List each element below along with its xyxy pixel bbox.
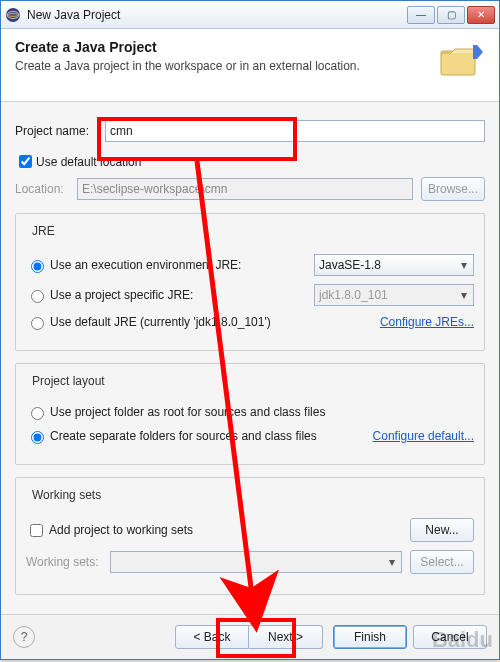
annotation-highlight-next bbox=[216, 618, 296, 658]
wizard-subtitle: Create a Java project in the workspace o… bbox=[15, 59, 427, 73]
location-input bbox=[77, 178, 413, 200]
add-workingsets-checkbox[interactable] bbox=[30, 524, 43, 537]
layout-separate-radio[interactable] bbox=[31, 431, 44, 444]
add-workingsets-label: Add project to working sets bbox=[49, 523, 410, 537]
minimize-button[interactable]: — bbox=[407, 6, 435, 24]
workingsets-select-button[interactable]: Select... bbox=[410, 550, 474, 574]
wizard-banner: Create a Java Project Create a Java proj… bbox=[1, 29, 499, 102]
project-layout-group: Project layout Use project folder as roo… bbox=[15, 363, 485, 465]
svg-rect-3 bbox=[441, 51, 475, 75]
window-title: New Java Project bbox=[27, 8, 405, 22]
svg-rect-5 bbox=[473, 45, 477, 59]
jre-specific-combo: jdk1.8.0_101 bbox=[314, 284, 474, 306]
eclipse-icon bbox=[5, 7, 21, 23]
jre-legend: JRE bbox=[28, 224, 59, 238]
folder-java-icon bbox=[437, 39, 485, 87]
titlebar: New Java Project — ▢ ✕ bbox=[1, 1, 499, 29]
svg-point-0 bbox=[6, 8, 20, 22]
close-button[interactable]: ✕ bbox=[467, 6, 495, 24]
configure-jres-link[interactable]: Configure JREs... bbox=[380, 315, 474, 329]
cancel-button[interactable]: Cancel bbox=[413, 625, 487, 649]
wizard-title: Create a Java Project bbox=[15, 39, 427, 55]
jre-default-radio[interactable] bbox=[31, 317, 44, 330]
configure-default-link[interactable]: Configure default... bbox=[373, 429, 474, 443]
location-label: Location: bbox=[15, 182, 77, 196]
jre-default-label: Use default JRE (currently 'jdk1.8.0_101… bbox=[50, 315, 380, 329]
jre-execenv-combo[interactable]: JavaSE-1.8 bbox=[314, 254, 474, 276]
svg-marker-4 bbox=[477, 45, 483, 59]
workingsets-new-button[interactable]: New... bbox=[410, 518, 474, 542]
use-default-location-checkbox[interactable] bbox=[19, 155, 32, 168]
workingsets-combo bbox=[110, 551, 402, 573]
working-sets-group: Working sets Add project to working sets… bbox=[15, 477, 485, 595]
jre-specific-radio[interactable] bbox=[31, 290, 44, 303]
project-layout-legend: Project layout bbox=[28, 374, 109, 388]
project-name-label: Project name: bbox=[15, 124, 105, 138]
annotation-highlight-projectname bbox=[97, 117, 297, 161]
layout-rootfolder-radio[interactable] bbox=[31, 407, 44, 420]
maximize-button[interactable]: ▢ bbox=[437, 6, 465, 24]
layout-rootfolder-label: Use project folder as root for sources a… bbox=[50, 405, 474, 419]
workingsets-combo-label: Working sets: bbox=[26, 555, 110, 569]
jre-execenv-label: Use an execution environment JRE: bbox=[50, 258, 314, 272]
help-icon[interactable]: ? bbox=[13, 626, 35, 648]
jre-execenv-radio[interactable] bbox=[31, 260, 44, 273]
browse-button[interactable]: Browse... bbox=[421, 177, 485, 201]
layout-separate-label: Create separate folders for sources and … bbox=[50, 429, 373, 443]
jre-group: JRE Use an execution environment JRE: Ja… bbox=[15, 213, 485, 351]
jre-specific-label: Use a project specific JRE: bbox=[50, 288, 314, 302]
wizard-content: Project name: Use default location Locat… bbox=[1, 102, 499, 614]
working-sets-legend: Working sets bbox=[28, 488, 105, 502]
dialog-window: New Java Project — ▢ ✕ Create a Java Pro… bbox=[0, 0, 500, 660]
finish-button[interactable]: Finish bbox=[333, 625, 407, 649]
